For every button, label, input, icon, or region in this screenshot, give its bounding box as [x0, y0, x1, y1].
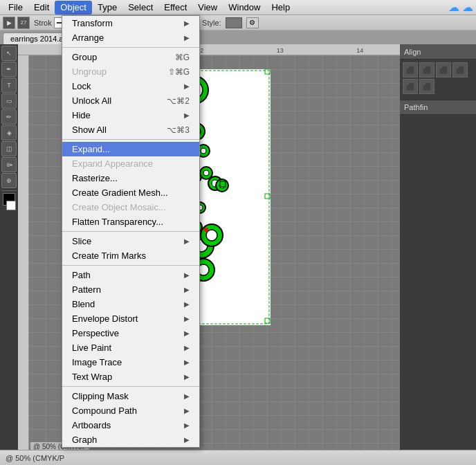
path-label: Path [72, 270, 91, 280]
menu-graph[interactable]: Graph ▶ [62, 432, 199, 447]
hide-label: Hide [72, 110, 91, 120]
ungroup-label: Ungroup [72, 66, 107, 77]
tool-eyedropper[interactable]: ⌲ [1, 157, 17, 172]
menu-blend[interactable]: Blend ▶ [62, 297, 199, 311]
menu-image-trace[interactable]: Image Trace ▶ [62, 355, 199, 370]
menu-ungroup[interactable]: Ungroup ⇧⌘G [62, 64, 199, 79]
path-arrow: ▶ [184, 271, 190, 279]
style-options-btn[interactable]: ⚙ [246, 17, 259, 28]
page-number[interactable]: 27 [17, 17, 30, 29]
menu-expand-appearance[interactable]: Expand Appearance [62, 156, 199, 171]
show-all-shortcut: ⌥⌘3 [167, 125, 190, 135]
text-wrap-arrow: ▶ [184, 373, 190, 381]
separator-3 [62, 231, 199, 232]
menu-artboards[interactable]: Artboards ▶ [62, 418, 199, 432]
stroke-label: Strok [34, 19, 52, 27]
menu-select[interactable]: Select [122, 1, 158, 15]
create-trim-marks-label: Create Trim Marks [72, 250, 146, 261]
slice-label: Slice [72, 236, 91, 246]
menu-rasterize[interactable]: Rasterize... [62, 171, 199, 185]
menu-transform[interactable]: Transform ▶ [62, 16, 199, 30]
ruler-tick-13: 13 [277, 47, 284, 54]
tool-selector[interactable]: ▶ [3, 17, 15, 29]
separator-4 [62, 265, 199, 266]
transform-label: Transform [72, 18, 113, 28]
menu-unlock-all[interactable]: Unlock All ⌥⌘2 [62, 93, 199, 108]
menu-show-all[interactable]: Show All ⌥⌘3 [62, 122, 199, 137]
blend-label: Blend [72, 299, 95, 309]
tool-pen[interactable]: ✒ [1, 62, 17, 77]
tool-divider [1, 190, 17, 191]
menu-clipping-mask[interactable]: Clipping Mask ▶ [62, 389, 199, 403]
artboards-label: Artboards [72, 420, 111, 430]
text-wrap-label: Text Wrap [72, 372, 112, 382]
menu-object[interactable]: Object [55, 1, 92, 15]
align-top-btn[interactable]: ⬛ [452, 62, 468, 78]
tool-type[interactable]: T [1, 78, 17, 93]
create-gradient-mesh-label: Create Gradient Mesh... [72, 188, 168, 198]
menu-pattern[interactable]: Pattern ▶ [62, 282, 199, 297]
menu-expand[interactable]: Expand... [62, 142, 199, 156]
menu-file[interactable]: File [3, 1, 28, 15]
align-center-btn[interactable]: ⬛ [419, 62, 434, 78]
tool-zoom[interactable]: ⊕ [1, 173, 17, 188]
align-right-btn[interactable]: ⬛ [436, 62, 451, 78]
menu-perspective[interactable]: Perspective ▶ [62, 326, 199, 340]
menu-group[interactable]: Group ⌘G [62, 50, 199, 64]
object-dropdown-menu: Transform ▶ Arrange ▶ Group ⌘G Ungroup ⇧… [62, 15, 200, 448]
transform-arrow: ▶ [184, 19, 190, 27]
tool-select[interactable]: ↖ [1, 46, 17, 61]
tool-paintbucket[interactable]: ◈ [1, 125, 17, 140]
menu-path[interactable]: Path ▶ [62, 268, 199, 282]
align-bottom-btn[interactable]: ⬛ [419, 79, 434, 94]
status-bar: @ 50% (CMYK/P [0, 450, 476, 465]
panel-header-align: Align [400, 44, 476, 60]
separator-2 [62, 139, 199, 140]
menu-effect[interactable]: Effect [158, 1, 192, 15]
stroke-white-swatch[interactable] [6, 201, 16, 210]
menu-create-trim-marks[interactable]: Create Trim Marks [62, 248, 199, 263]
tool-gradient[interactable]: ◫ [1, 141, 17, 156]
menu-flatten-transparency[interactable]: Flatten Transparency... [62, 215, 199, 229]
align-panel-label: Align [404, 48, 421, 56]
menu-live-paint[interactable]: Live Paint ▶ [62, 340, 199, 355]
menu-text-wrap[interactable]: Text Wrap ▶ [62, 370, 199, 384]
group-label: Group [72, 52, 97, 62]
image-trace-label: Image Trace [72, 357, 122, 367]
tool-pencil[interactable]: ✏ [1, 109, 17, 125]
menu-edit[interactable]: Edit [28, 1, 55, 15]
ruler-tick-14: 14 [356, 47, 363, 54]
ungroup-shortcut: ⇧⌘G [168, 67, 190, 77]
menu-create-gradient-mesh[interactable]: Create Gradient Mesh... [62, 185, 199, 200]
menu-compound-path[interactable]: Compound Path ▶ [62, 403, 199, 418]
flatten-transparency-label: Flatten Transparency... [72, 217, 163, 227]
menu-window[interactable]: Window [223, 1, 266, 15]
expand-appearance-label: Expand Appearance [72, 158, 153, 169]
compound-path-arrow: ▶ [184, 407, 190, 414]
compound-path-label: Compound Path [72, 405, 137, 416]
menu-type[interactable]: Type [92, 1, 122, 15]
envelope-distort-arrow: ▶ [184, 315, 190, 322]
svg-rect-40 [220, 181, 226, 187]
menu-slice[interactable]: Slice ▶ [62, 234, 199, 248]
create-object-mosaic-label: Create Object Mosaic... [72, 202, 166, 212]
dropbox-icon2: ☁ [462, 1, 473, 14]
menu-lock[interactable]: Lock ▶ [62, 79, 199, 93]
lock-label: Lock [72, 81, 91, 91]
menu-arrange[interactable]: Arrange ▶ [62, 30, 199, 45]
align-left-btn[interactable]: ⬛ [403, 62, 418, 78]
menu-help[interactable]: Help [266, 1, 295, 15]
menu-view[interactable]: View [192, 1, 223, 15]
tool-rectangle[interactable]: ▭ [1, 93, 17, 109]
arrange-label: Arrange [72, 33, 104, 43]
live-paint-label: Live Paint [72, 343, 111, 353]
menu-hide[interactable]: Hide ▶ [62, 108, 199, 122]
style-color-swatch[interactable] [226, 17, 242, 28]
live-paint-arrow: ▶ [184, 344, 190, 352]
align-middle-btn[interactable]: ⬛ [403, 79, 418, 94]
blend-arrow: ▶ [184, 300, 190, 308]
dropbox-icon1: ☁ [448, 1, 459, 14]
menu-envelope-distort[interactable]: Envelope Distort ▶ [62, 311, 199, 326]
pathfinder-panel-label: Pathfin [404, 103, 428, 111]
menu-create-object-mosaic[interactable]: Create Object Mosaic... [62, 200, 199, 215]
